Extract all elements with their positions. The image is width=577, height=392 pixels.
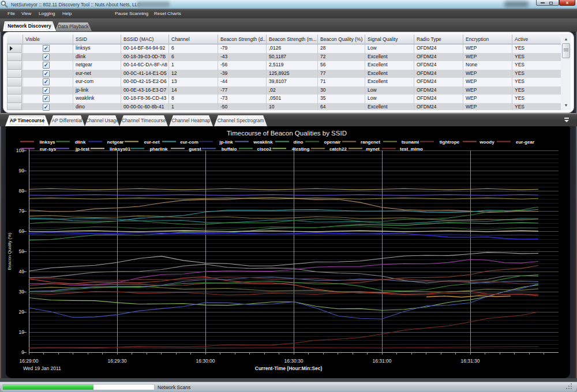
svg-text:16:30:30: 16:30:30 (284, 358, 303, 364)
svg-text:netgear: netgear (107, 140, 124, 145)
svg-text:linksys: linksys (39, 140, 55, 145)
svg-text:Wed 19 Jan 2011: Wed 19 Jan 2011 (23, 365, 61, 371)
svg-text:openair: openair (324, 140, 341, 145)
svg-text:80: 80 (19, 188, 25, 194)
svg-text:16:29:00: 16:29:00 (19, 358, 38, 364)
svg-text:eur-sys: eur-sys (40, 146, 57, 152)
svg-text:20: 20 (19, 309, 25, 315)
svg-text:tightrope: tightrope (440, 140, 460, 145)
svg-text:rangenet: rangenet (361, 140, 380, 145)
svg-text:30: 30 (19, 289, 25, 295)
svg-text:buffalo: buffalo (222, 146, 237, 152)
svg-text:test_mimo: test_mimo (400, 146, 423, 152)
svg-text:16:31:30: 16:31:30 (460, 358, 479, 364)
svg-text:weaklink: weaklink (253, 140, 273, 145)
svg-text:pharlink: pharlink (149, 146, 168, 152)
svg-text:eur-com: eur-com (180, 140, 198, 145)
svg-text:dino: dino (294, 140, 304, 145)
svg-text:50: 50 (19, 248, 25, 254)
svg-text:70: 70 (19, 208, 25, 214)
svg-text:cisco2: cisco2 (257, 146, 272, 152)
svg-text:jp-link: jp-link (219, 140, 233, 145)
svg-text:catch22: catch22 (329, 146, 347, 152)
svg-text:60: 60 (19, 228, 25, 234)
svg-text:eur-net: eur-net (144, 140, 159, 145)
svg-text:10: 10 (19, 329, 25, 335)
svg-text:eur-gear: eur-gear (516, 140, 534, 145)
svg-text:jp-test: jp-test (75, 146, 89, 152)
svg-text:Timecourse of Beacon Qualities: Timecourse of Beacon Qualities by SSID (227, 130, 347, 137)
svg-text:dlink: dlink (75, 140, 86, 145)
svg-text:4testing: 4testing (292, 146, 310, 152)
svg-text:linksys01: linksys01 (110, 146, 131, 152)
svg-text:woody: woody (479, 140, 494, 145)
svg-text:16:31:00: 16:31:00 (372, 358, 391, 364)
svg-text:40: 40 (19, 269, 25, 274)
svg-text:Current-Time (Hour:Min:Sec): Current-Time (Hour:Min:Sec) (255, 365, 323, 371)
svg-text:0: 0 (21, 349, 24, 355)
svg-text:Beacon Quality (%): Beacon Quality (%) (7, 232, 12, 270)
svg-text:mynet: mynet (366, 146, 380, 152)
svg-text:tsunami: tsunami (402, 140, 419, 145)
svg-text:16:29:30: 16:29:30 (107, 358, 126, 364)
svg-text:90: 90 (19, 168, 25, 174)
svg-text:guest: guest (189, 146, 201, 152)
svg-text:16:30:00: 16:30:00 (196, 358, 215, 364)
